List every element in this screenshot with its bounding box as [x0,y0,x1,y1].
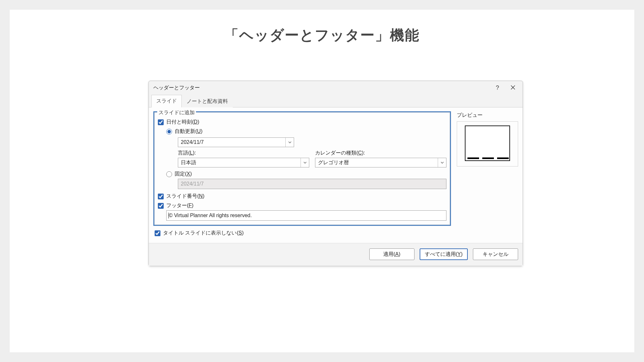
dialog-body: スライドに追加 日付と時刻(D) [149,107,523,243]
close-button[interactable] [505,82,521,93]
close-icon [511,85,515,91]
calendar-type-select[interactable]: グレゴリオ暦 [315,158,446,167]
preview-slide-thumbnail [465,126,510,161]
preview-footer-placeholder [467,157,479,159]
auto-update-label: 自動更新(U) [175,128,202,135]
fixed-label: 固定(X) [175,171,192,177]
footer-label: フッター(F) [166,202,193,209]
preview-footer-placeholder [497,157,509,159]
chevron-down-icon [301,158,309,167]
group-legend: スライドに追加 [157,109,196,116]
date-format-value: 2024/11/7 [178,139,285,145]
fixed-date-input: 2024/11/7 [178,179,446,189]
footer-input-value: © Virtual Planner All rights reserved. [169,213,252,218]
slide-number-label: スライド番号(N) [166,193,204,200]
dialog-titlebar: ヘッダーとフッター ? [149,81,523,95]
auto-update-radio[interactable] [166,129,172,135]
date-time-checkbox[interactable] [158,119,164,125]
date-time-row: 日付と時刻(D) [158,117,446,127]
dialog-tabs: スライド ノートと配布資料 [149,95,523,107]
dialog-title: ヘッダーとフッター [153,85,490,91]
language-select[interactable]: 日本語 [178,158,309,167]
hide-on-title-checkbox[interactable] [155,230,160,236]
help-icon: ? [496,85,499,91]
hide-on-title-label: タイトル スライドに表示しない(S) [163,230,244,236]
apply-button-label: 適用(A) [383,251,400,258]
help-button[interactable]: ? [490,82,505,93]
preview-panel: プレビュー [457,111,518,241]
fixed-radio[interactable] [166,171,172,177]
cancel-button-label: キャンセル [483,251,508,258]
footer-input-row: © Virtual Planner All rights reserved. [158,210,446,221]
fixed-value-row: 2024/11/7 [158,179,446,189]
fixed-date-value: 2024/11/7 [181,181,204,187]
date-format-select[interactable]: 2024/11/7 [178,137,294,147]
chevron-down-icon [438,158,446,167]
preview-box [457,121,518,166]
slide-number-row: スライド番号(N) [158,192,446,201]
preview-label: プレビュー [457,112,518,119]
apply-all-button[interactable]: すべてに適用(Y) [420,248,468,260]
cancel-button[interactable]: キャンセル [473,248,518,260]
date-time-label: 日付と時刻(D) [166,119,199,126]
language-value: 日本語 [178,159,301,166]
apply-button[interactable]: 適用(A) [369,248,414,260]
language-label: 言語(L): [178,150,309,156]
apply-all-button-label: すべてに適用(Y) [425,251,463,258]
date-format-row: 2024/11/7 [158,136,446,148]
hide-on-title-row: タイトル スライドに表示しない(S) [155,228,450,238]
calendar-type-label: カレンダーの種類(C): [315,150,446,156]
chevron-down-icon [285,138,294,147]
footer-input[interactable]: © Virtual Planner All rights reserved. [166,210,446,221]
dialog-footer: 適用(A) すべてに適用(Y) キャンセル [149,243,523,266]
auto-update-row: 自動更新(U) [158,127,446,136]
tab-slide[interactable]: スライド [151,95,182,107]
tab-notes-handouts[interactable]: ノートと配布資料 [182,95,233,107]
slide-add-group-highlight: スライドに追加 日付と時刻(D) [153,111,451,226]
slide-number-checkbox[interactable] [158,194,164,199]
header-footer-dialog: ヘッダーとフッター ? スライド ノートと配布資料 スライドに追加 [148,81,523,266]
preview-footer-placeholder [482,157,494,159]
page-title: 「ヘッダーとフッター」機能 [10,26,634,45]
calendar-type-value: グレゴリオ暦 [315,159,438,166]
footer-row: フッター(F) [158,201,446,210]
fixed-row: 固定(X) [158,169,446,179]
footer-checkbox[interactable] [158,203,164,209]
slide-add-group: スライドに追加 日付と時刻(D) [154,112,450,225]
